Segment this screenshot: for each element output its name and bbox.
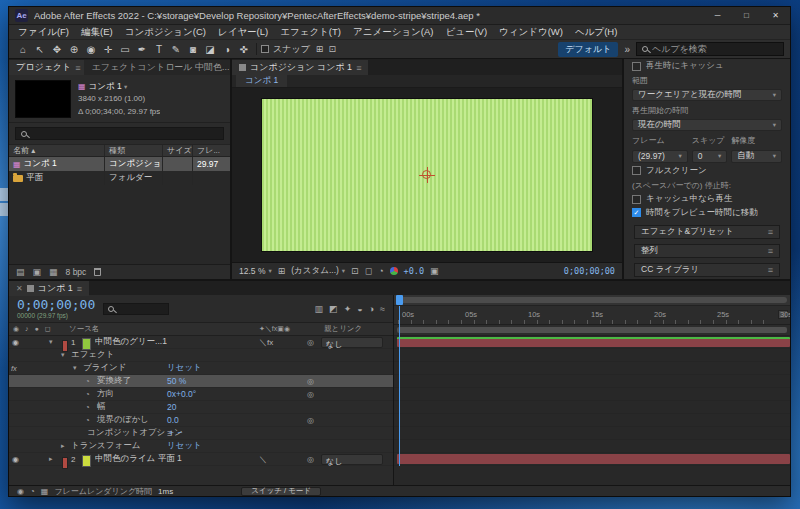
- checkbox-checked-icon[interactable]: ✓: [632, 208, 641, 217]
- source-name-header[interactable]: ソース名: [69, 324, 99, 334]
- snapshot-camera-icon[interactable]: ▣: [430, 266, 439, 276]
- expander-icon[interactable]: ▾: [61, 349, 65, 361]
- graph-editor-icon[interactable]: ≈: [380, 304, 385, 314]
- group-label[interactable]: エフェクト: [71, 349, 115, 361]
- pickwhip-icon[interactable]: ◎: [307, 414, 314, 426]
- panel-menu-icon[interactable]: ≡: [768, 246, 773, 256]
- eye-icon[interactable]: ◉: [12, 453, 19, 465]
- current-time-field[interactable]: 0;00;00;00: [17, 298, 95, 311]
- property-value[interactable]: 50 %: [167, 375, 186, 387]
- checkbox-icon[interactable]: [632, 195, 641, 204]
- tab-composition[interactable]: コンポジション コンポ 1 ≡: [232, 60, 368, 75]
- clone-stamp-tool-icon[interactable]: ◙: [185, 42, 201, 57]
- hand-tool-icon[interactable]: ✥: [49, 42, 65, 57]
- region-of-interest-icon[interactable]: ◔: [378, 266, 383, 276]
- playhead-handle[interactable]: [396, 295, 403, 305]
- anchor-point-crosshair[interactable]: [422, 170, 431, 179]
- draft-icon[interactable]: ▦: [41, 487, 49, 496]
- timeline-row-prop[interactable]: ◔幅20: [9, 401, 393, 414]
- snap-checkbox[interactable]: [261, 45, 269, 53]
- property-label[interactable]: 方向: [97, 388, 114, 400]
- column-size[interactable]: サイズ: [163, 145, 193, 156]
- move-time-option[interactable]: ✓ 時間をプレビュー時間に移動: [632, 208, 782, 218]
- track-row[interactable]: [394, 336, 790, 349]
- fx-badge-icon[interactable]: fx: [11, 362, 17, 374]
- layer-name[interactable]: 中間色のグリー...1: [95, 336, 167, 348]
- pickwhip-icon[interactable]: ◎: [307, 453, 314, 465]
- range-select[interactable]: ワークエリアと現在の時間▾: [632, 89, 782, 101]
- track-row[interactable]: [394, 388, 790, 401]
- tab-project[interactable]: プロジェクト ≡: [9, 60, 84, 75]
- viewer-timecode[interactable]: 0;00;00;00: [564, 266, 615, 276]
- pan-behind-tool-icon[interactable]: ✛: [100, 42, 116, 57]
- close-tab-icon[interactable]: ✕: [16, 284, 23, 293]
- composition-viewer[interactable]: [232, 88, 622, 262]
- layer-switches[interactable]: ＼: [259, 453, 267, 465]
- property-value[interactable]: リセット: [167, 362, 202, 374]
- puppet-tool-icon[interactable]: ✜: [236, 42, 252, 57]
- orbit-camera-tool-icon[interactable]: ◉: [83, 42, 99, 57]
- property-value[interactable]: 20: [167, 401, 176, 413]
- panel-menu-icon[interactable]: ≡: [768, 265, 773, 275]
- timeline-row-prop[interactable]: コンポジットオプション＋ −: [9, 427, 393, 440]
- timeline-row-layer[interactable]: ◉▸2中間色のライム 平面 1＼◎なし▾: [9, 453, 393, 466]
- track-row[interactable]: [394, 414, 790, 427]
- timeline-row-layer[interactable]: ◉▾1中間色のグリー...1＼fx◎なし▾: [9, 336, 393, 349]
- interpret-footage-icon[interactable]: ▤: [16, 267, 25, 277]
- motion-blur-icon[interactable]: ◑: [369, 304, 374, 314]
- parent-link-header[interactable]: 親とリンク: [324, 324, 362, 334]
- menu-animation[interactable]: アニメーション(A): [347, 26, 440, 39]
- project-row[interactable]: 平面 フォルダー: [9, 171, 230, 185]
- timeline-row-group[interactable]: ▾エフェクト: [9, 349, 393, 362]
- magnification-select[interactable]: 12.5 %▾: [239, 266, 272, 276]
- workspace-button[interactable]: デフォルト: [558, 42, 618, 57]
- shape-tool-icon[interactable]: ▭: [117, 42, 133, 57]
- snap-shape-icon-1[interactable]: ⊞: [316, 44, 324, 54]
- parent-select[interactable]: なし▾: [321, 454, 383, 465]
- pen-tool-icon[interactable]: ✒: [134, 42, 150, 57]
- close-button[interactable]: ✕: [761, 7, 790, 24]
- timeline-row-group[interactable]: ▸トランスフォームリセット: [9, 440, 393, 453]
- channel-icon[interactable]: [390, 267, 398, 275]
- brush-tool-icon[interactable]: ✎: [168, 42, 184, 57]
- expander-icon[interactable]: ▾: [73, 362, 77, 374]
- frame-rate-select[interactable]: (29.97)▾: [632, 150, 688, 163]
- shy-icon[interactable]: ✦: [344, 304, 352, 314]
- exposure-value[interactable]: +0.0: [404, 266, 424, 276]
- group-label[interactable]: トランスフォーム: [71, 440, 140, 452]
- menu-composition[interactable]: コンポジション(C): [119, 26, 212, 39]
- align-panel[interactable]: 整列≡: [634, 244, 780, 258]
- menu-edit[interactable]: 編集(E): [75, 26, 119, 39]
- viewer-tab-comp1[interactable]: コンポ 1: [236, 75, 287, 87]
- property-value[interactable]: 0.0: [167, 414, 179, 426]
- color-depth-button[interactable]: 8 bpc: [66, 267, 87, 277]
- fullscreen-option[interactable]: フルスクリーン: [632, 166, 782, 176]
- property-value[interactable]: ＋ −: [167, 427, 183, 439]
- timeline-row-prop[interactable]: ◔方向0x+0.0°◎: [9, 388, 393, 401]
- parent-select[interactable]: なし▾: [321, 337, 383, 348]
- column-type[interactable]: 種類: [105, 145, 163, 156]
- column-framerate[interactable]: フレ...: [193, 145, 230, 156]
- property-label[interactable]: 境界のぼかし: [97, 414, 149, 426]
- track-row[interactable]: [394, 349, 790, 362]
- switches-modes-button[interactable]: スイッチ / モード: [241, 487, 321, 496]
- play-while-caching-option[interactable]: キャッシュ中なら再生: [632, 194, 782, 204]
- layer-duration-bar[interactable]: [397, 337, 790, 347]
- layer-name[interactable]: 中間色のライム 平面 1: [95, 453, 182, 465]
- skip-select[interactable]: 0▾: [692, 150, 728, 163]
- roto-brush-tool-icon[interactable]: ◑: [219, 42, 235, 57]
- play-from-select[interactable]: 現在の時間▾: [632, 119, 782, 131]
- type-tool-icon[interactable]: T: [151, 42, 167, 57]
- timeline-track-area[interactable]: 00s05s10s15s20s25s30s: [394, 295, 790, 485]
- selection-tool-icon[interactable]: ↖: [32, 42, 48, 57]
- menu-window[interactable]: ウィンドウ(W): [493, 26, 569, 39]
- checkbox-icon[interactable]: [632, 62, 641, 71]
- menu-effect[interactable]: エフェクト(T): [274, 26, 347, 39]
- composition-image[interactable]: [262, 99, 592, 251]
- project-row[interactable]: ▦コンポ 1 コンポジション 29.97: [9, 157, 230, 171]
- property-value[interactable]: リセット: [167, 440, 202, 452]
- grid-guides-icon[interactable]: ⊞: [278, 266, 286, 276]
- new-composition-icon[interactable]: ▦: [49, 267, 58, 277]
- time-ruler[interactable]: 00s05s10s15s20s25s30s: [394, 306, 790, 325]
- maximize-button[interactable]: □: [732, 7, 761, 24]
